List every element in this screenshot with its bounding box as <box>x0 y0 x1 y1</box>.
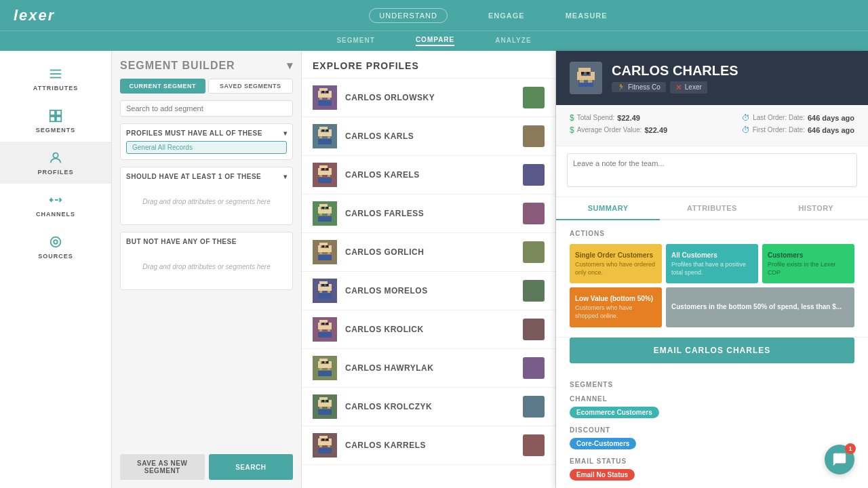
profile-list-item[interactable]: CARLOS MORELOS <box>302 272 555 310</box>
segments-section: SEGMENTS CHANNEL Ecommerce Customers DIS… <box>556 371 868 488</box>
svg-rect-113 <box>329 400 332 403</box>
profile-list-item[interactable]: CARLOS ORLOWSKY <box>302 79 555 117</box>
svg-rect-135 <box>581 72 584 75</box>
svg-rect-39 <box>322 168 324 170</box>
segment-builder-collapse-icon[interactable]: ▾ <box>287 59 293 72</box>
profile-list-item[interactable]: CARLOS HAWRYLAK <box>302 349 555 388</box>
svg-rect-122 <box>318 439 321 441</box>
segment-search-input[interactable] <box>120 100 293 117</box>
svg-rect-61 <box>325 243 328 245</box>
tab-current-segment[interactable]: CURRENT SEGMENT <box>120 79 205 94</box>
sidebar-item-segments[interactable]: SEGMENTS <box>0 100 111 142</box>
svg-rect-4 <box>56 110 61 115</box>
search-button[interactable]: SEARCH <box>209 454 294 480</box>
segment-tag[interactable]: Email No Status <box>570 469 635 481</box>
nav-tab-measure[interactable]: MEASURE <box>566 12 608 20</box>
action-customers-cdp-desc: Profile exists in the Lexer CDP <box>768 261 849 277</box>
sub-tab-segment[interactable]: SEGMENT <box>336 37 374 45</box>
profile-list-item[interactable]: CARLOS FARLESS <box>302 195 555 233</box>
sidebar-item-attributes[interactable]: ATTRIBUTES <box>0 58 111 100</box>
profile-detail-avatar <box>570 62 602 94</box>
svg-rect-43 <box>319 175 322 177</box>
first-order-label: First Order: Date: <box>753 126 805 134</box>
svg-rect-24 <box>322 127 325 129</box>
pd-tab-summary[interactable]: SUMMARY <box>556 197 660 220</box>
svg-rect-6 <box>56 117 61 121</box>
segment-tag[interactable]: Ecommerce Customers <box>570 407 659 418</box>
must-have-all-expand-icon[interactable]: ▾ <box>283 129 288 137</box>
profile-detail-tabs: SUMMARY ATTRIBUTES HISTORY <box>556 197 868 220</box>
profile-list-item[interactable]: CARLOS KARRELS <box>302 426 555 465</box>
svg-rect-31 <box>319 136 322 138</box>
segment-group: EMAIL STATUS Email No Status <box>570 458 854 481</box>
tab-saved-segments[interactable]: SAVED SEGMENTS <box>208 79 294 94</box>
segments-icon <box>47 108 64 124</box>
profile-list-item[interactable]: CARLOS KROLCZYK <box>302 388 555 426</box>
svg-rect-124 <box>326 439 328 441</box>
understand-button[interactable]: UNDERSTAND <box>369 8 448 23</box>
svg-rect-38 <box>318 168 321 171</box>
action-low-value-button[interactable]: Low Value (bottom 50%) Customers who hav… <box>570 287 662 327</box>
badge-lexer-label: Lexer <box>685 83 702 91</box>
svg-rect-85 <box>325 320 328 323</box>
profile-list-item[interactable]: CARLOS GORLICH <box>302 233 555 272</box>
svg-rect-137 <box>591 72 595 76</box>
svg-rect-84 <box>322 320 325 323</box>
must-have-all-title: PROFILES MUST HAVE ALL OF THESE ▾ <box>126 129 287 137</box>
pd-tab-attributes[interactable]: ATTRIBUTES <box>660 197 764 220</box>
profile-name: CARLOS GORLICH <box>345 247 424 257</box>
total-spend-label: Total Spend: <box>577 114 615 121</box>
profile-avatar <box>313 240 337 264</box>
svg-rect-81 <box>318 293 332 299</box>
save-segment-button[interactable]: SAVE AS NEW SEGMENT <box>120 454 205 480</box>
svg-rect-114 <box>318 403 332 407</box>
svg-rect-77 <box>329 284 332 287</box>
action-all-customers-button[interactable]: All Customers Profiles that have a posit… <box>666 244 758 283</box>
svg-rect-112 <box>326 400 328 402</box>
action-single-order-button[interactable]: Single Order Customers Customers who hav… <box>570 244 662 283</box>
profile-note-textarea[interactable] <box>567 153 857 187</box>
segment-tag[interactable]: Core-Customers <box>570 438 636 449</box>
svg-rect-87 <box>322 323 324 325</box>
chat-bubble[interactable]: 1 <box>825 445 854 474</box>
pd-tab-history[interactable]: HISTORY <box>764 197 868 220</box>
general-all-records-chip[interactable]: General All Records <box>126 141 287 154</box>
profile-list-item[interactable]: CARLOS KROLICK <box>302 310 555 349</box>
must-have-all-section: PROFILES MUST HAVE ALL OF THESE ▾ Genera… <box>120 123 293 160</box>
svg-rect-83 <box>319 320 322 323</box>
actions-grid: Single Order Customers Customers who hav… <box>570 244 854 327</box>
sidebar-item-sources[interactable]: SOURCES <box>0 226 111 268</box>
svg-rect-32 <box>328 136 330 138</box>
email-carlos-button[interactable]: EMAIL CARLOS CHARLES <box>570 338 854 363</box>
last-order-value: 646 days ago <box>808 114 854 122</box>
sidebar-item-channels[interactable]: CHANNELS <box>0 184 111 226</box>
profile-avatar <box>313 394 337 419</box>
svg-rect-96 <box>322 359 325 361</box>
svg-rect-101 <box>329 361 332 364</box>
sidebar-item-profiles[interactable]: PROFILES <box>0 142 111 184</box>
profile-avatar <box>313 85 337 110</box>
sidebar: ATTRIBUTES SEGMENTS PROFILES <box>0 51 112 488</box>
top-navigation: lexer UNDERSTAND ENGAGE MEASURE <box>0 0 868 30</box>
should-have-expand-icon[interactable]: ▾ <box>283 173 288 180</box>
svg-rect-104 <box>328 368 330 370</box>
svg-rect-48 <box>322 204 325 207</box>
nav-tab-engage[interactable]: ENGAGE <box>488 12 525 20</box>
badge-remove-icon[interactable]: ✕ <box>675 83 682 92</box>
profile-list-item[interactable]: CARLOS KARLS <box>302 117 555 156</box>
action-customers-cdp-button[interactable]: Customers Profile exists in the Lexer CD… <box>762 244 854 283</box>
action-bottom-50-button[interactable]: Customers in the bottom 50% of spend, le… <box>666 287 854 327</box>
action-bottom-50-title: Customers in the bottom 50% of spend, le… <box>671 302 849 311</box>
sub-tab-analyze[interactable]: ANALYZE <box>495 37 531 45</box>
svg-rect-107 <box>319 397 322 400</box>
profile-detail-info: CARLOS CHARLES 🏃 Fitness Co ✕ Lexer <box>612 63 738 94</box>
svg-rect-50 <box>318 207 321 209</box>
avg-order-value: $22.49 <box>644 126 667 134</box>
profile-avatar <box>313 279 337 303</box>
svg-rect-14 <box>318 91 321 94</box>
sub-tab-compare[interactable]: COMPARE <box>416 36 454 46</box>
profile-list-item[interactable]: CARLOS KARELS <box>302 156 555 195</box>
svg-point-7 <box>53 153 58 158</box>
profile-name: CARLOS KROLCZYK <box>345 402 432 411</box>
svg-rect-5 <box>50 117 55 121</box>
